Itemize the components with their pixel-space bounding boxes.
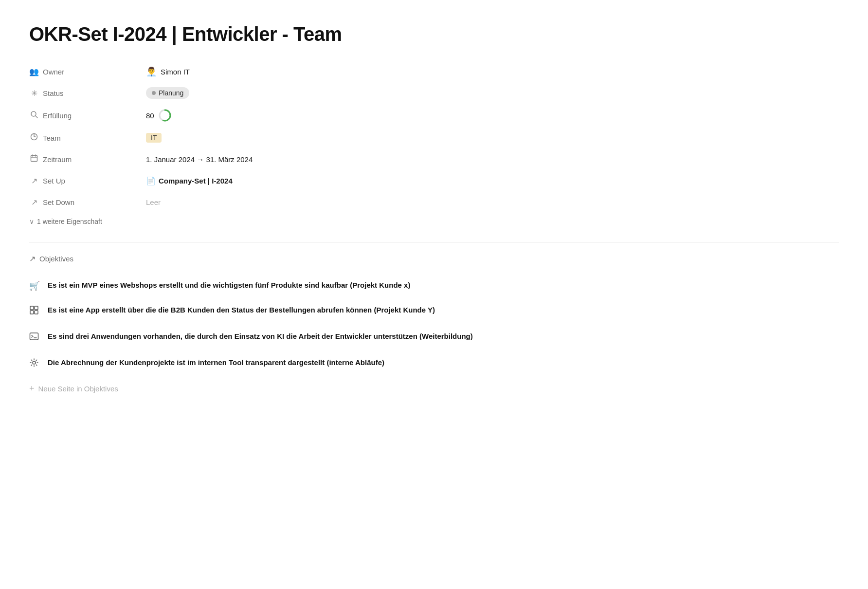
status-dot — [152, 91, 156, 95]
grid-icon — [29, 305, 41, 317]
team-badge[interactable]: IT — [146, 133, 162, 143]
setdown-arrow-icon: ↗ — [29, 198, 39, 207]
setdown-value[interactable]: Leer — [146, 198, 161, 206]
zeitraum-row: Zeitraum 1. Januar 2024 → 31. März 2024 — [29, 148, 839, 170]
page-title: OKR-Set I-2024 | Entwickler - Team — [29, 23, 839, 45]
svg-rect-5 — [31, 156, 37, 162]
status-badge[interactable]: Planung — [146, 87, 189, 99]
progress-circle-icon — [158, 109, 172, 122]
setdown-row: ↗ Set Down Leer — [29, 191, 839, 213]
list-item[interactable]: Die Abrechnung der Kundenprojekte ist im… — [29, 350, 839, 377]
more-properties[interactable]: ∨ 1 weitere Eigenschaft — [29, 213, 839, 230]
status-label: ✳ Status — [29, 89, 146, 98]
list-item[interactable]: Es ist eine App erstellt über die die B2… — [29, 298, 839, 324]
erfuellung-icon — [29, 110, 39, 120]
owner-icon: 👥 — [29, 67, 39, 76]
svg-point-15 — [33, 361, 36, 364]
properties-section: 👥 Owner 👨‍💼 Simon IT ✳ Status Planung — [29, 61, 839, 230]
list-item[interactable]: 🛒 Es ist ein MVP eines Webshops erstellt… — [29, 273, 839, 298]
status-value[interactable]: Planung — [146, 87, 189, 99]
erfuellung-value[interactable]: 80 — [146, 109, 172, 122]
setup-row: ↗ Set Up 📄 Company-Set | I-2024 — [29, 170, 839, 191]
cart-icon: 🛒 — [29, 280, 41, 291]
setup-link[interactable]: 📄 Company-Set | I-2024 — [146, 176, 233, 185]
setdown-label: ↗ Set Down — [29, 198, 146, 207]
team-icon — [29, 133, 39, 143]
objectives-arrow-icon: ↗ — [29, 254, 36, 263]
status-row: ✳ Status Planung — [29, 82, 839, 104]
team-value[interactable]: IT — [146, 133, 162, 143]
add-new-button[interactable]: + Neue Seite in Objektives — [29, 377, 839, 401]
objectives-header: ↗ Objektives — [29, 254, 839, 263]
terminal-icon — [29, 331, 41, 344]
owner-label: 👥 Owner — [29, 67, 146, 76]
document-icon: 📄 — [146, 176, 156, 185]
svg-rect-13 — [30, 333, 38, 340]
setup-label: ↗ Set Up — [29, 176, 146, 185]
svg-rect-9 — [30, 306, 34, 310]
team-row: Team IT — [29, 127, 839, 148]
owner-row: 👥 Owner 👨‍💼 Simon IT — [29, 61, 839, 82]
owner-avatar: 👨‍💼 — [146, 66, 157, 77]
owner-value[interactable]: 👨‍💼 Simon IT — [146, 66, 190, 77]
list-item[interactable]: Es sind drei Anwendungen vorhanden, die … — [29, 324, 839, 350]
svg-rect-10 — [35, 306, 38, 310]
erfuellung-label: Erfüllung — [29, 110, 146, 120]
status-icon: ✳ — [29, 89, 39, 98]
zeitraum-label: Zeitraum — [29, 154, 146, 164]
calendar-icon — [29, 154, 39, 164]
zeitraum-value[interactable]: 1. Januar 2024 → 31. März 2024 — [146, 155, 253, 164]
erfuellung-row: Erfüllung 80 — [29, 104, 839, 127]
svg-rect-12 — [35, 311, 38, 314]
setup-value[interactable]: 📄 Company-Set | I-2024 — [146, 176, 233, 185]
objectives-list: 🛒 Es ist ein MVP eines Webshops erstellt… — [29, 273, 839, 401]
team-label: Team — [29, 133, 146, 143]
svg-line-1 — [36, 116, 37, 118]
chevron-down-icon: ∨ — [29, 218, 34, 225]
section-divider — [29, 242, 839, 242]
svg-rect-11 — [30, 311, 34, 314]
gear-icon — [29, 358, 41, 370]
setup-arrow-icon: ↗ — [29, 176, 39, 185]
plus-icon: + — [29, 384, 35, 394]
